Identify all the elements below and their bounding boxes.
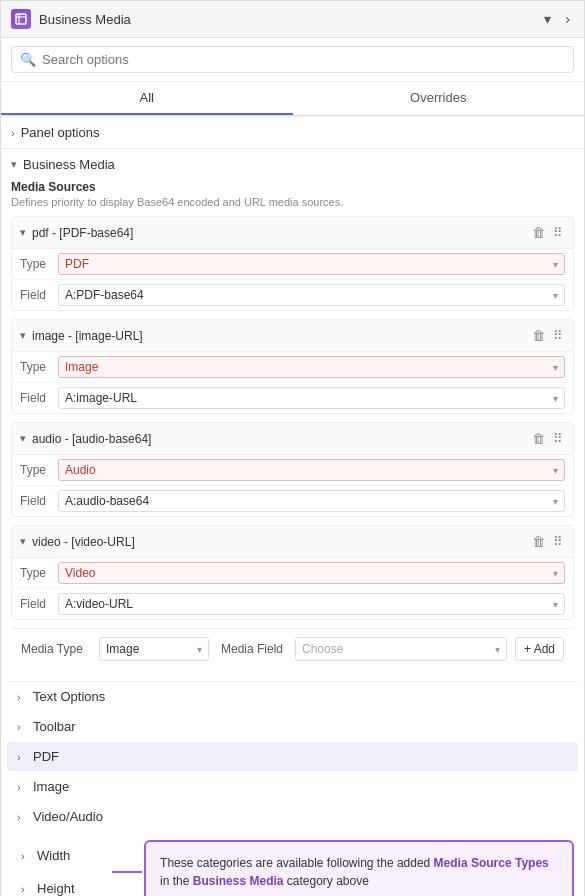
- media-item-audio-title: audio - [audio-base64]: [32, 432, 530, 446]
- tooltip-connector: [112, 871, 142, 873]
- video-type-value: Video: [65, 566, 95, 580]
- sidebar-item-image[interactable]: › Image: [7, 772, 578, 801]
- pdf-field-select[interactable]: A:PDF-base64 ▾: [58, 284, 565, 306]
- tooltip-wrapper: These categories are available following…: [144, 840, 574, 896]
- media-type-select[interactable]: Image ▾: [99, 637, 209, 661]
- delete-pdf-button[interactable]: 🗑: [530, 223, 547, 242]
- text-options-label: Text Options: [33, 689, 105, 704]
- media-item-video: ▾ video - [video-URL] 🗑 ⠿ Type Video ▾: [11, 525, 574, 620]
- tooltip-area: › Width › Height › Data links These cate…: [1, 832, 584, 896]
- add-media-button[interactable]: + Add: [515, 637, 564, 661]
- media-item-pdf-title: pdf - [PDF-base64]: [32, 226, 530, 240]
- sidebar-item-text-options[interactable]: › Text Options: [7, 681, 578, 711]
- media-item-video-title: video - [video-URL]: [32, 535, 530, 549]
- image-type-row: Type Image ▾: [12, 352, 573, 383]
- width-label: Width: [37, 848, 70, 863]
- image-type-chevron: ▾: [553, 362, 558, 373]
- media-item-pdf-chevron: ▾: [20, 226, 26, 239]
- media-field-label: Media Field: [221, 642, 283, 656]
- svg-rect-0: [16, 14, 26, 24]
- media-sources-title: Media Sources: [11, 180, 574, 194]
- pdf-type-select[interactable]: PDF ▾: [58, 253, 565, 275]
- video-field-chevron: ▾: [553, 599, 558, 610]
- video-field-select[interactable]: A:video-URL ▾: [58, 593, 565, 615]
- sidebar-items: › Text Options › Toolbar › PDF › Image ›…: [1, 681, 584, 831]
- audio-type-chevron: ▾: [553, 465, 558, 476]
- delete-video-button[interactable]: 🗑: [530, 532, 547, 551]
- add-row: Media Type Image ▾ Media Field Choose ▾ …: [11, 628, 574, 669]
- media-item-pdf: ▾ pdf - [PDF-base64] 🗑 ⠿ Type PDF ▾: [11, 216, 574, 311]
- image-field-row: Field A:image-URL ▾: [12, 383, 573, 413]
- business-media-label: Business Media: [23, 157, 115, 172]
- video-field-label: Field: [20, 597, 58, 611]
- tab-overrides[interactable]: Overrides: [293, 82, 585, 115]
- drag-pdf-button[interactable]: ⠿: [551, 223, 565, 242]
- expand-button[interactable]: ›: [561, 9, 574, 29]
- tooltip-text-before: These categories are available following…: [160, 856, 434, 870]
- image-type-select[interactable]: Image ▾: [58, 356, 565, 378]
- pdf-field-label: Field: [20, 288, 58, 302]
- search-input-wrap: 🔍: [11, 46, 574, 73]
- delete-image-button[interactable]: 🗑: [530, 326, 547, 345]
- media-item-video-chevron: ▾: [20, 535, 26, 548]
- image-field-value: A:image-URL: [65, 391, 137, 405]
- media-item-audio: ▾ audio - [audio-base64] 🗑 ⠿ Type Audio …: [11, 422, 574, 517]
- drag-image-button[interactable]: ⠿: [551, 326, 565, 345]
- search-input[interactable]: [42, 52, 565, 67]
- content-area: › Panel options ▾ Business Media Media S…: [1, 116, 584, 896]
- audio-type-row: Type Audio ▾: [12, 455, 573, 486]
- media-type-chevron: ▾: [197, 644, 202, 655]
- image-label: Image: [33, 779, 69, 794]
- collapse-button[interactable]: ▾: [540, 9, 555, 29]
- drag-video-button[interactable]: ⠿: [551, 532, 565, 551]
- video-field-value: A:video-URL: [65, 597, 133, 611]
- audio-field-select[interactable]: A:audio-base64 ▾: [58, 490, 565, 512]
- panel-icon: [11, 9, 31, 29]
- media-item-audio-header: ▾ audio - [audio-base64] 🗑 ⠿: [12, 423, 573, 455]
- audio-field-chevron: ▾: [553, 496, 558, 507]
- media-item-video-header: ▾ video - [video-URL] 🗑 ⠿: [12, 526, 573, 558]
- pdf-type-chevron: ▾: [553, 259, 558, 270]
- media-item-audio-actions: 🗑 ⠿: [530, 429, 565, 448]
- audio-type-select[interactable]: Audio ▾: [58, 459, 565, 481]
- business-media-chevron: ▾: [11, 158, 17, 171]
- media-type-value: Image: [106, 642, 139, 656]
- panel-title: Business Media: [39, 12, 532, 27]
- media-item-image-chevron: ▾: [20, 329, 26, 342]
- tooltip-highlight2: Business Media: [193, 874, 284, 888]
- sidebar-item-video-audio[interactable]: › Video/Audio: [7, 802, 578, 831]
- video-audio-chevron: ›: [17, 811, 27, 823]
- panel: Business Media ▾ › 🔍 All Overrides › Pan…: [0, 0, 585, 896]
- audio-field-value: A:audio-base64: [65, 494, 149, 508]
- height-chevron: ›: [21, 883, 31, 895]
- drag-audio-button[interactable]: ⠿: [551, 429, 565, 448]
- media-field-chevron: ▾: [495, 644, 500, 655]
- tab-bar: All Overrides: [1, 82, 584, 116]
- sidebar-item-height[interactable]: › Height: [11, 874, 104, 896]
- panel-options-chevron: ›: [11, 127, 15, 139]
- image-field-select[interactable]: A:image-URL ▾: [58, 387, 565, 409]
- business-media-header[interactable]: ▾ Business Media: [1, 149, 584, 180]
- media-item-pdf-actions: 🗑 ⠿: [530, 223, 565, 242]
- media-field-placeholder: Choose: [302, 642, 343, 656]
- image-type-value: Image: [65, 360, 98, 374]
- pdf-field-value: A:PDF-base64: [65, 288, 144, 302]
- sidebar-item-toolbar[interactable]: › Toolbar: [7, 712, 578, 741]
- height-label: Height: [37, 881, 75, 896]
- panel-options-row[interactable]: › Panel options: [1, 116, 584, 148]
- media-sources-container: Media Sources Defines priority to displa…: [1, 180, 584, 677]
- pdf-type-label: Type: [20, 257, 58, 271]
- video-type-select[interactable]: Video ▾: [58, 562, 565, 584]
- tab-all[interactable]: All: [1, 82, 293, 115]
- tooltip-text-after: category above: [283, 874, 368, 888]
- media-field-select[interactable]: Choose ▾: [295, 637, 507, 661]
- media-item-image-title: image - [image-URL]: [32, 329, 530, 343]
- delete-audio-button[interactable]: 🗑: [530, 429, 547, 448]
- business-media-section: ▾ Business Media Media Sources Defines p…: [1, 148, 584, 677]
- text-options-chevron: ›: [17, 691, 27, 703]
- video-audio-label: Video/Audio: [33, 809, 103, 824]
- sidebar-item-pdf[interactable]: › PDF: [7, 742, 578, 771]
- search-icon: 🔍: [20, 52, 36, 67]
- sidebar-item-width[interactable]: › Width: [11, 841, 104, 870]
- media-item-pdf-header: ▾ pdf - [PDF-base64] 🗑 ⠿: [12, 217, 573, 249]
